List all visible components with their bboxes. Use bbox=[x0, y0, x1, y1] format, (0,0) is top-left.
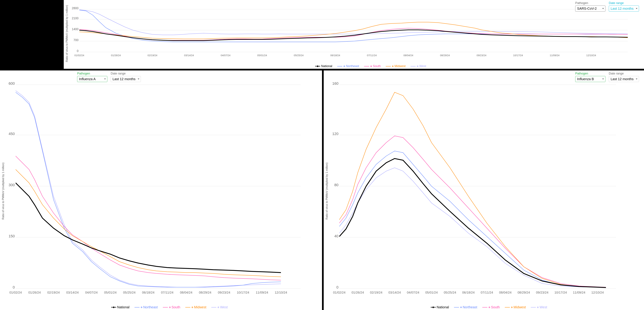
svg-text:2100: 2100 bbox=[72, 16, 78, 20]
bottom-right-chart-container: Ratio of virus to PMMoV (multiplied by 1… bbox=[324, 82, 644, 300]
svg-text:160: 160 bbox=[332, 82, 338, 86]
svg-text:0: 0 bbox=[77, 49, 78, 53]
date-range-label-right: Date range bbox=[609, 72, 639, 75]
svg-text:450: 450 bbox=[8, 132, 15, 136]
svg-text:05/01/24: 05/01/24 bbox=[425, 291, 438, 294]
svg-text:06/18/24: 06/18/24 bbox=[142, 291, 154, 294]
legend-midwest-bl: Midwest bbox=[185, 305, 206, 309]
svg-text:0: 0 bbox=[13, 285, 15, 289]
bottom-right-chart-panel: Pathogen Influenza B SARS-CoV-2 Influenz… bbox=[324, 70, 644, 310]
top-y-axis-label-container: Ratio of virus to PMMoV (multiplied by 1… bbox=[64, 7, 69, 60]
svg-text:10/17/24: 10/17/24 bbox=[513, 54, 523, 57]
svg-text:80: 80 bbox=[334, 183, 338, 187]
svg-text:12/10/24: 12/10/24 bbox=[586, 54, 596, 57]
legend-national-br: National bbox=[431, 305, 449, 309]
svg-text:120: 120 bbox=[332, 132, 338, 136]
bottom-left-controls: Pathogen Influenza A SARS-CoV-2 Influenz… bbox=[77, 72, 141, 82]
legend-northeast-bl: Northeast bbox=[134, 305, 158, 309]
legend-national: National bbox=[315, 64, 332, 68]
pathogen-select-right[interactable]: Influenza B SARS-CoV-2 Influenza A bbox=[575, 76, 606, 82]
legend-midwest-br-label: Midwest bbox=[514, 305, 526, 309]
pathogen-control-group-left: Pathogen Influenza A SARS-CoV-2 Influenz… bbox=[77, 72, 107, 82]
legend-northeast: Northeast bbox=[337, 64, 359, 68]
pathogen-label: Pathogen bbox=[575, 1, 606, 5]
svg-text:02/19/24: 02/19/24 bbox=[47, 291, 60, 294]
legend-west: West bbox=[410, 64, 426, 68]
svg-text:10/17/24: 10/17/24 bbox=[554, 291, 567, 294]
svg-text:06/18/24: 06/18/24 bbox=[330, 54, 340, 57]
bottom-left-chart-svg: 0 150 300 450 600 01/02/24 01/26/24 02/1… bbox=[6, 82, 308, 297]
svg-text:09/23/24: 09/23/24 bbox=[218, 291, 230, 294]
date-range-select-right[interactable]: Last 12 months Last 6 months Last 3 mont… bbox=[609, 76, 639, 82]
legend-northeast-br-label: Northeast bbox=[463, 305, 477, 309]
svg-text:08/04/24: 08/04/24 bbox=[499, 291, 512, 294]
bottom-right-controls: Pathogen Influenza B SARS-CoV-2 Influenz… bbox=[575, 72, 639, 82]
legend-national-label: National bbox=[321, 64, 332, 68]
svg-text:05/25/24: 05/25/24 bbox=[444, 291, 456, 294]
top-legend: National Northeast South Midwest West bbox=[97, 64, 644, 68]
legend-northeast-label: Northeast bbox=[346, 64, 359, 68]
date-range-select-left[interactable]: Last 12 months Last 6 months Last 3 mont… bbox=[111, 76, 141, 82]
svg-text:03/14/24: 03/14/24 bbox=[66, 291, 79, 294]
svg-text:06/18/24: 06/18/24 bbox=[462, 291, 474, 294]
svg-text:01/02/24: 01/02/24 bbox=[10, 291, 22, 294]
svg-text:12/10/24: 12/10/24 bbox=[275, 291, 287, 294]
svg-text:01/26/24: 01/26/24 bbox=[111, 54, 121, 57]
svg-text:300: 300 bbox=[8, 183, 15, 187]
legend-midwest-label: Midwest bbox=[394, 64, 406, 68]
pathogen-label-left: Pathogen bbox=[77, 72, 107, 75]
svg-text:05/25/24: 05/25/24 bbox=[123, 291, 136, 294]
svg-text:08/04/24: 08/04/24 bbox=[404, 54, 413, 57]
legend-midwest-br: Midwest bbox=[505, 305, 526, 309]
bottom-left-legend: National Northeast South Midwest West bbox=[17, 305, 322, 309]
svg-text:04/07/24: 04/07/24 bbox=[407, 291, 419, 294]
svg-text:11/09/24: 11/09/24 bbox=[573, 291, 585, 294]
svg-text:40: 40 bbox=[334, 234, 338, 238]
legend-midwest-bl-label: Midwest bbox=[194, 305, 206, 309]
pathogen-control-group-right: Pathogen Influenza B SARS-CoV-2 Influenz… bbox=[575, 72, 606, 82]
svg-text:01/02/24: 01/02/24 bbox=[74, 54, 84, 57]
pathogen-label-right: Pathogen bbox=[575, 72, 606, 75]
svg-text:04/07/24: 04/07/24 bbox=[221, 54, 230, 57]
svg-text:01/26/24: 01/26/24 bbox=[352, 291, 364, 294]
svg-text:08/29/24: 08/29/24 bbox=[440, 54, 450, 57]
top-y-axis-label: Ratio of virus to PMMoV (multiplied by 1… bbox=[66, 5, 68, 62]
legend-midwest: Midwest bbox=[386, 64, 406, 68]
svg-text:07/11/24: 07/11/24 bbox=[367, 54, 377, 57]
legend-west-br-label: West bbox=[540, 305, 547, 309]
legend-northeast-br: Northeast bbox=[454, 305, 477, 309]
bottom-right-legend: National Northeast South Midwest West bbox=[334, 305, 644, 309]
legend-south-label: South bbox=[373, 64, 381, 68]
svg-text:1400: 1400 bbox=[72, 28, 78, 31]
svg-text:02/19/24: 02/19/24 bbox=[370, 291, 382, 294]
legend-west-bl-label: West bbox=[220, 305, 228, 309]
pathogen-select-left[interactable]: Influenza A SARS-CoV-2 Influenza B bbox=[77, 76, 107, 82]
legend-west-bl: West bbox=[211, 305, 228, 309]
legend-south-br-label: South bbox=[491, 305, 500, 309]
bottom-left-chart-container: Ratio of virus to PMMoV (multiplied by 1… bbox=[0, 82, 322, 300]
legend-west-label: West bbox=[419, 64, 426, 68]
svg-text:07/11/24: 07/11/24 bbox=[161, 291, 174, 294]
svg-text:0: 0 bbox=[336, 285, 338, 289]
bottom-left-y-axis-label: Ratio of virus to PMMoV (multiplied by 1… bbox=[2, 162, 5, 220]
svg-text:08/29/24: 08/29/24 bbox=[518, 291, 530, 294]
date-range-control-group-left: Date range Last 12 months Last 6 months … bbox=[111, 72, 141, 82]
legend-south-br: South bbox=[482, 305, 500, 309]
svg-text:03/14/24: 03/14/24 bbox=[184, 54, 194, 57]
svg-text:700: 700 bbox=[74, 38, 78, 42]
svg-text:03/14/24: 03/14/24 bbox=[388, 291, 401, 294]
top-chart-container: Ratio of virus to PMMoV (multiplied by 1… bbox=[64, 7, 644, 60]
date-range-control-group-right: Date range Last 12 months Last 6 months … bbox=[609, 72, 639, 82]
svg-text:05/25/24: 05/25/24 bbox=[294, 54, 304, 57]
legend-west-br: West bbox=[531, 305, 547, 309]
svg-text:11/09/24: 11/09/24 bbox=[550, 54, 560, 57]
svg-text:07/11/24: 07/11/24 bbox=[481, 291, 493, 294]
date-range-label-left: Date range bbox=[111, 72, 141, 75]
legend-south-bl: South bbox=[163, 305, 180, 309]
bottom-left-chart-panel: Pathogen Influenza A SARS-CoV-2 Influenz… bbox=[0, 70, 322, 310]
legend-northeast-bl-label: Northeast bbox=[143, 305, 158, 309]
svg-text:600: 600 bbox=[8, 82, 15, 86]
legend-national-bl-label: National bbox=[117, 305, 130, 309]
svg-text:02/19/24: 02/19/24 bbox=[148, 54, 157, 57]
svg-text:150: 150 bbox=[8, 234, 15, 238]
